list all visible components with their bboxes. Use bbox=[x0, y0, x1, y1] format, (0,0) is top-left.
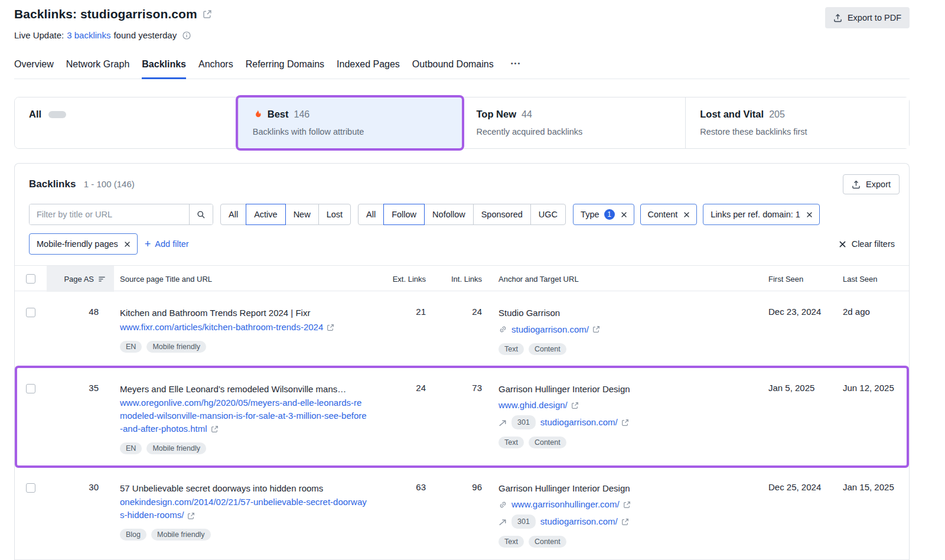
card-subtitle: Backlinks with follow attribute bbox=[253, 127, 448, 136]
external-link-icon[interactable] bbox=[621, 518, 629, 526]
external-link-icon[interactable] bbox=[623, 501, 631, 509]
redirect-icon bbox=[498, 418, 507, 427]
toggle-pill[interactable] bbox=[48, 111, 66, 118]
close-icon[interactable] bbox=[621, 211, 627, 218]
tab-more[interactable]: ••• bbox=[506, 59, 522, 79]
tab-overview[interactable]: Overview bbox=[14, 59, 54, 79]
close-icon[interactable] bbox=[806, 211, 813, 218]
row-checkbox[interactable] bbox=[26, 483, 35, 493]
filter-card-lost-and-vital[interactable]: Lost and Vital205Restore these backlinks… bbox=[685, 97, 909, 148]
source-url-link[interactable]: www.fixr.com/articles/kitchen-bathroom-t… bbox=[120, 322, 323, 332]
close-icon[interactable] bbox=[683, 211, 690, 218]
export-pdf-button[interactable]: Export to PDF bbox=[825, 7, 910, 28]
target-url-link[interactable]: www.garrisonhullinger.com/ bbox=[511, 498, 620, 511]
table-header: Page AS Source page Title and URL Ext. L… bbox=[15, 265, 909, 291]
export-icon bbox=[833, 14, 842, 22]
plus-icon: + bbox=[145, 239, 151, 249]
search-input[interactable] bbox=[30, 204, 189, 224]
anchor-text: Garrison Hullinger Interior Design bbox=[498, 383, 753, 396]
redirect-target-link[interactable]: studiogarrison.com/ bbox=[540, 416, 618, 429]
source-url-link[interactable]: onekindesign.com/2014/02/21/57-unbelieva… bbox=[120, 497, 367, 520]
column-source-title[interactable]: Source page Title and URL bbox=[114, 275, 381, 284]
int-links-value: 24 bbox=[434, 291, 490, 367]
external-link-icon[interactable] bbox=[571, 402, 579, 409]
external-link-icon[interactable] bbox=[592, 325, 600, 333]
page-as-value: 48 bbox=[47, 291, 114, 367]
info-icon[interactable] bbox=[183, 31, 191, 40]
flame-icon bbox=[253, 109, 263, 119]
source-page-title: Kitchen and Bathroom Trends Report 2024 … bbox=[120, 307, 367, 320]
filter-option-active[interactable]: Active bbox=[246, 204, 286, 225]
search-button[interactable] bbox=[189, 204, 213, 224]
clear-filters-label: Clear filters bbox=[852, 239, 895, 249]
external-link-icon[interactable] bbox=[203, 9, 212, 19]
column-last-seen[interactable]: Last Seen bbox=[836, 275, 909, 284]
add-filter-button[interactable]: + Add filter bbox=[145, 239, 189, 249]
filter-chip-mobile-friendly-pages[interactable]: Mobile-friendly pages bbox=[29, 233, 138, 255]
tab-outbound-domains[interactable]: Outbound Domains bbox=[412, 59, 494, 79]
page-as-value: 35 bbox=[47, 367, 114, 466]
row-checkbox[interactable] bbox=[26, 308, 35, 317]
filter-chip-type[interactable]: Type1 bbox=[573, 204, 634, 225]
tab-network-graph[interactable]: Network Graph bbox=[66, 59, 130, 79]
page-header: Backlinks: studiogarrison.com Live Updat… bbox=[14, 7, 910, 40]
backlinks-report-page: Backlinks: studiogarrison.com Live Updat… bbox=[14, 0, 910, 560]
tab-indexed-pages[interactable]: Indexed Pages bbox=[337, 59, 400, 79]
table-body: 48Kitchen and Bathroom Trends Report 202… bbox=[15, 291, 909, 560]
filter-card-top-new[interactable]: Top New44Recently acquired backlinks bbox=[462, 97, 686, 148]
source-url-link[interactable]: www.oregonlive.com/hg/2020/05/meyers-and… bbox=[120, 398, 367, 434]
filter-option-all[interactable]: All bbox=[220, 204, 246, 225]
filter-option-ugc[interactable]: UGC bbox=[530, 204, 566, 225]
export-icon bbox=[852, 180, 861, 189]
select-all-checkbox[interactable] bbox=[26, 274, 35, 284]
table-row: 35Meyers and Elle Leonard’s remodeled Wi… bbox=[15, 367, 909, 467]
filter-card-best[interactable]: Best146Backlinks with follow attribute bbox=[238, 97, 462, 148]
card-count: 205 bbox=[769, 109, 785, 120]
filter-option-all[interactable]: All bbox=[358, 204, 384, 225]
external-link-icon[interactable] bbox=[187, 512, 195, 520]
tab-referring-domains[interactable]: Referring Domains bbox=[246, 59, 324, 79]
redirect-icon bbox=[498, 517, 507, 526]
target-url-link[interactable]: www.ghid.design/ bbox=[498, 399, 568, 412]
redirect-target-link[interactable]: studiogarrison.com/ bbox=[540, 515, 618, 528]
column-anchor-target[interactable]: Anchor and Target URL bbox=[490, 275, 759, 284]
column-int-links[interactable]: Int. Links bbox=[434, 275, 490, 284]
clear-filters-button[interactable]: Clear filters bbox=[839, 239, 895, 249]
tab-backlinks[interactable]: Backlinks bbox=[142, 59, 186, 79]
results-range: 1 - 100 (146) bbox=[84, 179, 135, 189]
int-links-value: 73 bbox=[434, 367, 490, 466]
panel-title: Backlinks bbox=[29, 178, 76, 190]
table-row: 48Kitchen and Bathroom Trends Report 202… bbox=[15, 291, 909, 367]
row-checkbox[interactable] bbox=[26, 384, 35, 393]
external-link-icon[interactable] bbox=[621, 419, 629, 426]
search-icon bbox=[197, 210, 206, 219]
filter-chip-links-per-ref-domain-1[interactable]: Links per ref. domain: 1 bbox=[703, 204, 820, 225]
chip-label: Links per ref. domain: 1 bbox=[711, 210, 800, 219]
sort-icon[interactable] bbox=[98, 275, 106, 283]
close-icon[interactable] bbox=[124, 241, 131, 248]
export-button[interactable]: Export bbox=[843, 174, 900, 194]
panel-header: Backlinks 1 - 100 (146) Export bbox=[15, 164, 909, 204]
filter-option-nofollow[interactable]: Nofollow bbox=[424, 204, 474, 225]
filter-chip-content[interactable]: Content bbox=[640, 204, 698, 225]
target-url-link[interactable]: studiogarrison.com/ bbox=[511, 323, 589, 336]
filter-option-lost[interactable]: Lost bbox=[318, 204, 351, 225]
chip-label: Type bbox=[581, 210, 599, 219]
follow-filter-group: AllFollowNofollowSponsoredUGC bbox=[358, 204, 566, 225]
add-filter-label: Add filter bbox=[155, 239, 188, 249]
live-update-link[interactable]: 3 backlinks bbox=[67, 30, 110, 40]
filter-option-follow[interactable]: Follow bbox=[383, 204, 425, 225]
tab-anchors[interactable]: Anchors bbox=[198, 59, 233, 79]
filter-card-all[interactable]: All bbox=[15, 97, 238, 148]
table-row: 3057 Unbelievable secret doorways into h… bbox=[15, 467, 909, 560]
column-page-as[interactable]: Page AS bbox=[47, 266, 114, 292]
filter-option-new[interactable]: New bbox=[285, 204, 319, 225]
status-filter-group: AllActiveNewLost bbox=[220, 204, 351, 225]
external-link-icon[interactable] bbox=[211, 425, 219, 433]
external-link-icon[interactable] bbox=[327, 324, 334, 331]
link-icon bbox=[498, 500, 507, 509]
filter-option-sponsored[interactable]: Sponsored bbox=[473, 204, 531, 225]
page-badge: Blog bbox=[120, 529, 146, 541]
column-first-seen[interactable]: First Seen bbox=[759, 275, 836, 284]
column-ext-links[interactable]: Ext. Links bbox=[381, 275, 434, 284]
